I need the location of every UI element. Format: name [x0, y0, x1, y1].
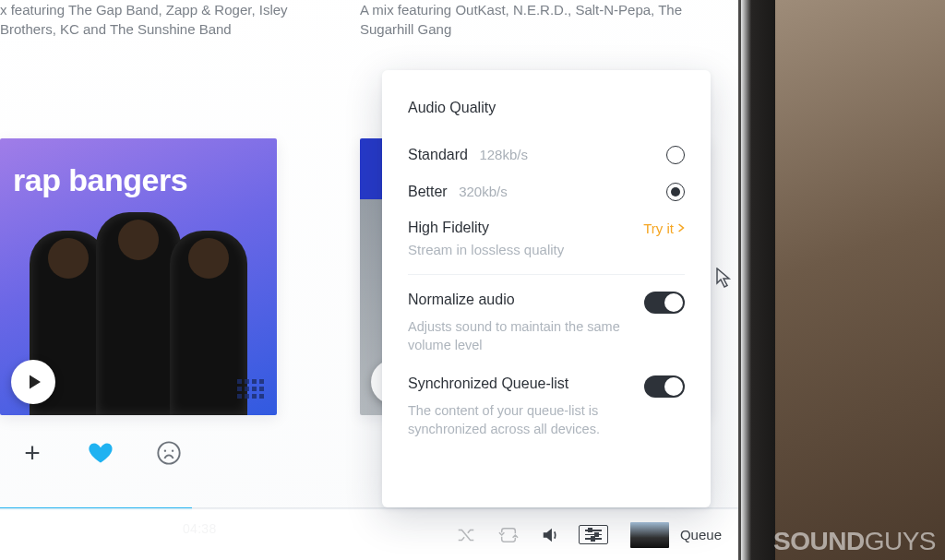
bottom-bar: Queue	[0, 508, 738, 560]
hifi-tryit-label: Try it	[643, 220, 674, 236]
queue-thumbnail	[630, 522, 669, 548]
bottom-bar-controls	[455, 524, 604, 546]
queue-label: Queue	[680, 527, 722, 542]
svg-point-1	[164, 450, 166, 452]
chevron-right-icon	[677, 222, 685, 233]
normalize-label: Normalize audio	[408, 292, 515, 308]
quality-option-better[interactable]: Better 320kb/s	[408, 173, 685, 210]
quality-option-detail: 128kb/s	[479, 147, 528, 162]
play-icon	[27, 374, 43, 390]
hifi-tryit-link[interactable]: Try it	[643, 220, 685, 236]
deezer-logo-icon	[237, 379, 264, 399]
app-surface: x featuring The Gap Band, Zapp & Roger, …	[0, 0, 738, 560]
photo-background: SOUNDGUYS	[775, 0, 945, 560]
popover-heading: Audio Quality	[408, 100, 685, 116]
equalizer-button[interactable]	[582, 524, 604, 546]
divider	[408, 274, 685, 275]
sad-face-icon	[156, 440, 182, 466]
playlist-card-actions: +	[18, 439, 183, 467]
playlist-card-title: rap bangers	[13, 162, 187, 198]
sliders-icon	[579, 525, 608, 544]
quality-option-hifi[interactable]: High Fidelity Try it	[408, 220, 685, 236]
repeat-button[interactable]	[497, 524, 520, 546]
normalize-desc: Adjusts sound to maintain the same volum…	[408, 317, 648, 355]
normalize-toggle[interactable]	[644, 292, 685, 314]
dislike-button[interactable]	[155, 439, 183, 467]
mix-desc-right: A mix featuring OutKast, N.E.R.D., Salt-…	[360, 0, 729, 39]
queue-chip[interactable]: Queue	[630, 522, 722, 548]
quality-option-standard[interactable]: Standard 128kb/s	[408, 137, 685, 173]
favorite-button[interactable]	[87, 439, 114, 467]
plus-icon: +	[24, 439, 41, 467]
watermark-main: SOUND	[773, 527, 865, 556]
sync-queue-label: Synchronized Queue-list	[408, 375, 568, 392]
play-button[interactable]	[11, 360, 55, 404]
toggle-knob-icon	[664, 293, 683, 312]
quality-option-label: Standard	[408, 147, 468, 162]
volume-icon	[541, 525, 561, 545]
hifi-sub: Stream in lossless quality	[408, 242, 685, 257]
sync-queue-desc: The content of your queue-list is synchr…	[408, 401, 648, 439]
heart-icon	[88, 440, 114, 466]
svg-point-0	[158, 442, 179, 463]
svg-point-2	[172, 450, 173, 452]
screen-bezel	[738, 0, 775, 560]
hifi-label: High Fidelity	[408, 220, 489, 236]
radio-selected-icon	[666, 183, 685, 201]
cursor-icon	[716, 268, 733, 290]
audio-settings-popover: Audio Quality Standard 128kb/s Better 32…	[382, 70, 711, 507]
soundguys-watermark: SOUNDGUYS	[773, 527, 936, 556]
mix-desc-left: x featuring The Gap Band, Zapp & Roger, …	[0, 0, 328, 39]
toggle-knob-icon	[664, 377, 683, 396]
shuffle-icon	[456, 525, 476, 545]
playlist-card-rap-bangers[interactable]: rap bangers	[0, 138, 277, 415]
volume-button[interactable]	[540, 524, 562, 546]
shuffle-button[interactable]	[455, 524, 477, 546]
add-button[interactable]: +	[18, 439, 46, 467]
quality-option-detail: 320kb/s	[459, 184, 508, 199]
repeat-icon	[498, 525, 519, 545]
sync-queue-toggle[interactable]	[644, 375, 685, 398]
radio-unselected-icon	[666, 146, 685, 164]
quality-option-label: Better	[408, 184, 448, 199]
watermark-suffix: GUYS	[865, 527, 936, 556]
